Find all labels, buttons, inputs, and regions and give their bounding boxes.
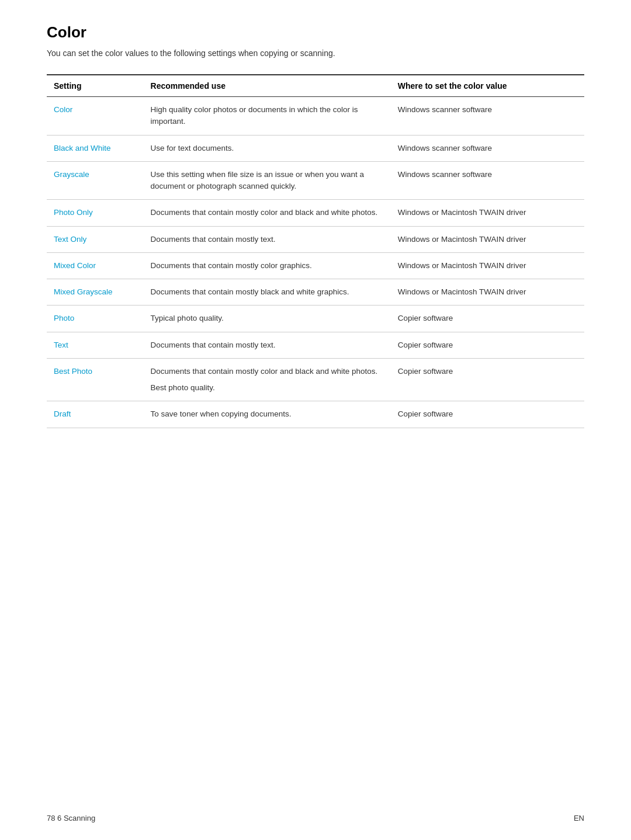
cell-where: Windows scanner software bbox=[391, 161, 584, 200]
cell-setting: Text bbox=[47, 332, 144, 358]
setting-link[interactable]: Photo Only bbox=[54, 208, 93, 217]
cell-setting: Draft bbox=[47, 401, 144, 428]
page-footer: 78 6 Scanning EN bbox=[47, 814, 584, 822]
setting-link[interactable]: Text bbox=[54, 341, 68, 349]
setting-link[interactable]: Draft bbox=[54, 409, 71, 418]
cell-setting: Best Photo bbox=[47, 358, 144, 401]
setting-link[interactable]: Black and White bbox=[54, 144, 111, 152]
table-header-row: Setting Recommended use Where to set the… bbox=[47, 75, 584, 97]
cell-where: Copier software bbox=[391, 332, 584, 358]
page-description: You can set the color values to the foll… bbox=[47, 48, 584, 58]
cell-recommended-use: Typical photo quality. bbox=[144, 306, 391, 332]
cell-setting: Mixed Grayscale bbox=[47, 279, 144, 306]
cell-where: Copier software bbox=[391, 401, 584, 428]
table-row: GrayscaleUse this setting when file size… bbox=[47, 161, 584, 200]
setting-link[interactable]: Text Only bbox=[54, 235, 86, 244]
table-row: Photo OnlyDocuments that contain mostly … bbox=[47, 200, 584, 226]
table-row: Text OnlyDocuments that contain mostly t… bbox=[47, 226, 584, 252]
setting-link[interactable]: Mixed Grayscale bbox=[54, 287, 113, 296]
header-where: Where to set the color value bbox=[391, 75, 584, 97]
cell-where: Windows or Macintosh TWAIN driver bbox=[391, 226, 584, 252]
table-row: TextDocuments that contain mostly text.C… bbox=[47, 332, 584, 358]
cell-where: Windows or Macintosh TWAIN driver bbox=[391, 200, 584, 226]
cell-recommended-use: Use for text documents. bbox=[144, 135, 391, 161]
header-setting: Setting bbox=[47, 75, 144, 97]
setting-link[interactable]: Best Photo bbox=[54, 367, 92, 376]
cell-recommended-use: Documents that contain mostly text. bbox=[144, 332, 391, 358]
cell-setting: Photo bbox=[47, 306, 144, 332]
cell-setting: Black and White bbox=[47, 135, 144, 161]
cell-recommended-use: Documents that contain mostly color grap… bbox=[144, 252, 391, 279]
table-row: Black and WhiteUse for text documents.Wi… bbox=[47, 135, 584, 161]
cell-recommended-use: Documents that contain mostly text. bbox=[144, 226, 391, 252]
cell-where: Copier software bbox=[391, 358, 584, 401]
cell-setting: Grayscale bbox=[47, 161, 144, 200]
table-row: Best PhotoDocuments that contain mostly … bbox=[47, 358, 584, 401]
table-row: PhotoTypical photo quality.Copier softwa… bbox=[47, 306, 584, 332]
cell-recommended-use: Use this setting when file size is an is… bbox=[144, 161, 391, 200]
cell-recommended-use: Documents that contain mostly color and … bbox=[144, 358, 391, 401]
table-row: Mixed GrayscaleDocuments that contain mo… bbox=[47, 279, 584, 306]
setting-link[interactable]: Mixed Color bbox=[54, 261, 96, 270]
cell-recommended-use: Documents that contain mostly color and … bbox=[144, 200, 391, 226]
cell-where: Windows or Macintosh TWAIN driver bbox=[391, 252, 584, 279]
setting-link[interactable]: Photo bbox=[54, 314, 74, 322]
header-recommended-use: Recommended use bbox=[144, 75, 391, 97]
cell-where: Copier software bbox=[391, 306, 584, 332]
page-title: Color bbox=[47, 23, 584, 41]
table-row: ColorHigh quality color photos or docume… bbox=[47, 97, 584, 136]
footer-right: EN bbox=[574, 814, 584, 822]
cell-recommended-use: To save toner when copying documents. bbox=[144, 401, 391, 428]
cell-where: Windows or Macintosh TWAIN driver bbox=[391, 279, 584, 306]
cell-setting: Text Only bbox=[47, 226, 144, 252]
color-settings-table: Setting Recommended use Where to set the… bbox=[47, 74, 584, 428]
table-row: Mixed ColorDocuments that contain mostly… bbox=[47, 252, 584, 279]
cell-setting: Color bbox=[47, 97, 144, 136]
footer-left: 78 6 Scanning bbox=[47, 814, 95, 822]
cell-where: Windows scanner software bbox=[391, 97, 584, 136]
cell-recommended-use: Documents that contain mostly black and … bbox=[144, 279, 391, 306]
cell-setting: Photo Only bbox=[47, 200, 144, 226]
cell-where: Windows scanner software bbox=[391, 135, 584, 161]
table-row: DraftTo save toner when copying document… bbox=[47, 401, 584, 428]
setting-link[interactable]: Grayscale bbox=[54, 170, 89, 179]
setting-link[interactable]: Color bbox=[54, 105, 72, 114]
cell-setting: Mixed Color bbox=[47, 252, 144, 279]
cell-recommended-use: High quality color photos or documents i… bbox=[144, 97, 391, 136]
